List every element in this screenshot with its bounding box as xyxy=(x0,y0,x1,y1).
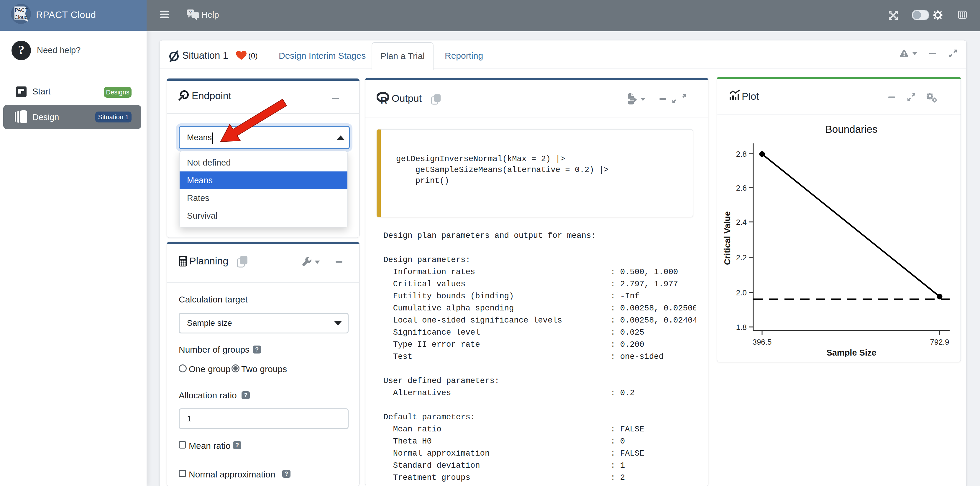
svg-text:Cloud: Cloud xyxy=(14,14,27,20)
svg-text:2.4: 2.4 xyxy=(736,218,747,226)
svg-text:2.6: 2.6 xyxy=(736,183,747,193)
svg-text:R: R xyxy=(380,95,387,105)
svg-text:2.8: 2.8 xyxy=(736,150,747,158)
svg-text:2.0: 2.0 xyxy=(736,288,747,297)
svg-text:396.5: 396.5 xyxy=(752,338,772,346)
svg-text:2.2: 2.2 xyxy=(736,253,747,262)
svg-text:Boundaries: Boundaries xyxy=(825,123,877,135)
svg-text:PACT: PACT xyxy=(15,7,28,13)
svg-text:Critical Value: Critical Value xyxy=(722,211,732,265)
svg-text:?: ? xyxy=(18,43,24,57)
svg-text:1.8: 1.8 xyxy=(736,323,747,331)
svg-text:792.9: 792.9 xyxy=(930,338,949,346)
svg-text:Sample Size: Sample Size xyxy=(826,348,876,357)
svg-text:?: ? xyxy=(189,10,192,15)
